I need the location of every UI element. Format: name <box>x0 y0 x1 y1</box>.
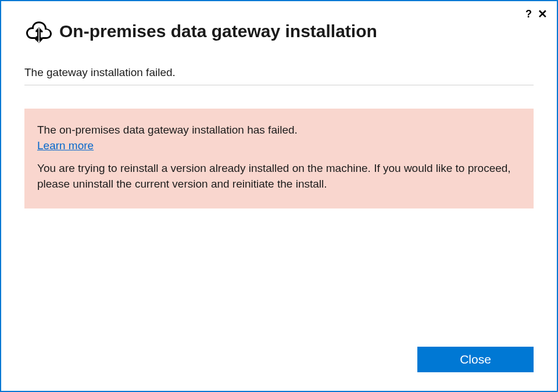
error-panel: The on-premises data gateway installatio… <box>24 109 534 208</box>
close-button[interactable]: Close <box>417 347 534 372</box>
learn-more-link[interactable]: Learn more <box>37 139 94 152</box>
dialog-container: On-premises data gateway installation Th… <box>1 1 557 391</box>
cloud-sync-icon <box>24 20 52 43</box>
help-icon[interactable]: ? <box>525 9 532 19</box>
error-body: You are trying to reinstall a version al… <box>37 160 521 192</box>
status-text: The gateway installation failed. <box>24 66 534 85</box>
titlebar-controls: ? ✕ <box>525 8 548 20</box>
dialog-header: On-premises data gateway installation <box>24 20 534 43</box>
window-close-icon[interactable]: ✕ <box>538 8 548 20</box>
error-heading: The on-premises data gateway installatio… <box>37 123 521 138</box>
dialog-title: On-premises data gateway installation <box>59 21 377 41</box>
svg-marker-13 <box>36 28 38 31</box>
dialog-footer: Close <box>24 337 534 377</box>
